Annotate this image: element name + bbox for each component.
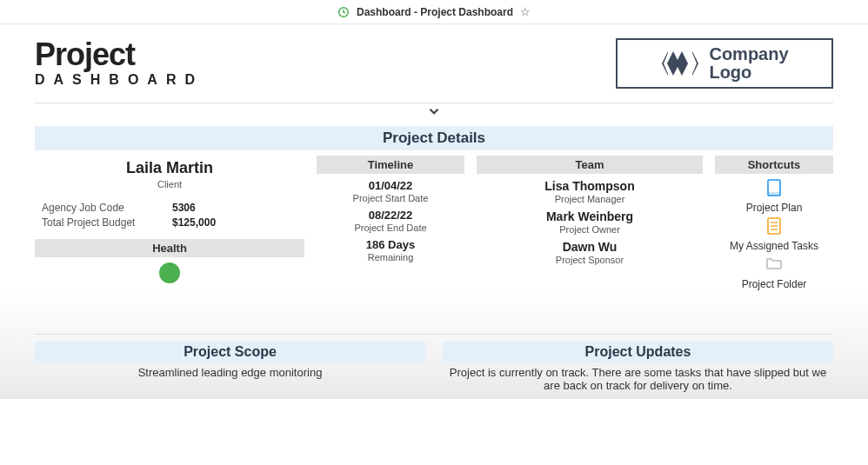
team-column: Team Lisa Thompson Project Manager Mark …	[477, 156, 703, 265]
shortcut-project-folder[interactable]: Project Folder	[715, 278, 833, 290]
page-title: Project	[35, 39, 204, 70]
team-member-name: Dawn Wu	[477, 240, 703, 254]
agency-job-code-value: 5306	[172, 202, 196, 214]
svg-rect-2	[768, 192, 780, 196]
team-member-role: Project Owner	[477, 224, 703, 235]
header-row: Project DASHBOARD Company Logo	[35, 33, 833, 97]
team-member-name: Mark Weinberg	[477, 209, 703, 223]
start-date-value: 01/04/22	[317, 179, 464, 192]
end-date-label: Project End Date	[317, 223, 464, 233]
remaining-value: 186 Days	[317, 238, 464, 251]
client-role: Client	[35, 179, 304, 189]
favorite-star-icon[interactable]: ☆	[520, 5, 531, 18]
folder-icon[interactable]	[715, 256, 833, 275]
team-member-role: Project Sponsor	[477, 255, 703, 265]
divider	[35, 334, 833, 335]
shortcut-project-plan[interactable]: Project Plan	[715, 202, 833, 214]
top-bar: Dashboard - Project Dashboard ☆	[0, 0, 868, 24]
company-logo: Company Logo	[616, 38, 833, 89]
logo-mark-icon	[660, 49, 700, 78]
project-updates-block: Project Updates Project is currently on …	[443, 342, 833, 392]
budget-value: $125,000	[172, 216, 216, 229]
page-breadcrumb: Dashboard - Project Dashboard	[357, 6, 513, 18]
shortcuts-column: Shortcuts Project Plan My Assigned Tasks…	[715, 156, 833, 290]
page-title-block: Project DASHBOARD	[35, 39, 204, 88]
timeline-column: Timeline 01/04/22 Project Start Date 08/…	[317, 156, 464, 262]
team-member-name: Lisa Thompson	[477, 179, 703, 193]
remaining-label: Remaining	[317, 252, 464, 262]
budget-label: Total Project Budget	[42, 216, 172, 229]
project-updates-text: Project is currently on track. There are…	[443, 366, 833, 392]
logo-text: Company Logo	[709, 45, 788, 82]
agency-job-code-label: Agency Job Code	[42, 202, 172, 214]
project-scope-text: Streamlined leading edge monitoring	[35, 366, 425, 379]
start-date-label: Project Start Date	[317, 193, 464, 203]
health-status-indicator	[159, 262, 180, 283]
end-date-value: 08/22/22	[317, 209, 464, 222]
client-name: Laila Martin	[35, 159, 304, 177]
budget-row: Total Project Budget $125,000	[42, 216, 304, 229]
project-scope-block: Project Scope Streamlined leading edge m…	[35, 342, 425, 392]
shortcuts-heading: Shortcuts	[715, 156, 833, 174]
clock-icon	[337, 6, 350, 18]
team-heading: Team	[477, 156, 703, 174]
team-member-role: Project Manager	[477, 194, 703, 204]
task-list-icon[interactable]	[715, 217, 833, 236]
timeline-heading: Timeline	[317, 156, 464, 174]
health-heading: Health	[35, 239, 304, 257]
collapse-toggle[interactable]	[35, 103, 833, 123]
project-updates-heading: Project Updates	[443, 342, 833, 362]
client-column: Laila Martin Client Agency Job Code 5306…	[35, 156, 304, 283]
project-details-heading: Project Details	[35, 126, 833, 150]
document-icon[interactable]	[715, 179, 833, 198]
agency-job-code-row: Agency Job Code 5306	[42, 202, 304, 214]
shortcut-my-tasks[interactable]: My Assigned Tasks	[715, 240, 833, 252]
page-subtitle: DASHBOARD	[35, 72, 204, 88]
project-scope-heading: Project Scope	[35, 342, 425, 362]
